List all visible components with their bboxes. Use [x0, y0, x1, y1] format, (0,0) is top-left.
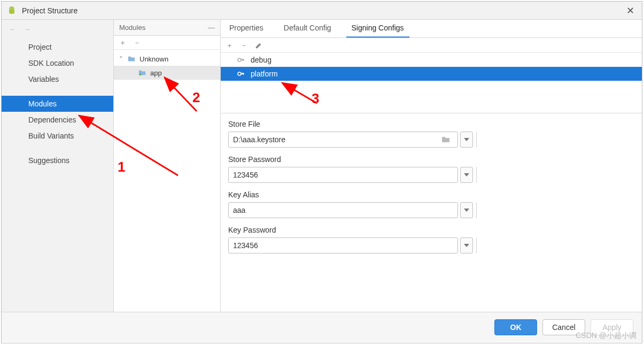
store-password-reset[interactable]	[476, 167, 479, 183]
tree-root-unknown[interactable]: ˅ Unknown	[114, 52, 220, 66]
svg-point-0	[10, 7, 11, 8]
module-tree: ˅ Unknown app	[114, 50, 220, 80]
tab-default-config[interactable]: Default Config	[278, 20, 337, 38]
store-file-reset[interactable]	[476, 132, 479, 148]
store-password-input[interactable]: 123456	[228, 167, 458, 183]
module-folder-icon	[138, 69, 146, 76]
window-title: Project Structure	[22, 6, 624, 15]
key-password-label: Key Password	[228, 226, 634, 234]
titlebar: Project Structure ✕	[2, 2, 642, 20]
close-button[interactable]: ✕	[624, 5, 637, 17]
key-icon	[237, 70, 245, 78]
remove-module-icon[interactable]: －	[134, 38, 141, 48]
store-password-label: Store Password	[228, 155, 634, 164]
config-label: debug	[251, 56, 271, 64]
collapse-icon[interactable]: —	[208, 24, 215, 32]
config-row-platform[interactable]: platform	[221, 67, 642, 81]
browse-folder-icon[interactable]	[441, 136, 453, 143]
svg-point-1	[13, 7, 13, 8]
key-alias-dropdown[interactable]	[460, 202, 473, 218]
svg-point-3	[238, 58, 241, 61]
key-alias-reset[interactable]	[476, 202, 479, 218]
ok-button[interactable]: OK	[494, 319, 537, 335]
key-icon	[237, 56, 245, 64]
nav-item-dependencies[interactable]: Dependencies	[2, 112, 113, 128]
folder-icon	[128, 55, 135, 63]
nav-item-modules[interactable]: Modules	[2, 96, 113, 112]
edit-config-icon[interactable]	[255, 42, 262, 49]
main-column: Properties Default Config Signing Config…	[221, 20, 642, 312]
store-file-input[interactable]: D:\aaa.keystore	[228, 132, 458, 148]
nav-item-variables[interactable]: Variables	[2, 71, 113, 87]
remove-config-icon[interactable]: －	[240, 41, 247, 50]
key-password-reset[interactable]	[476, 237, 479, 253]
key-alias-label: Key Alias	[228, 190, 634, 199]
modules-column: Modules — ＋ － ˅ Unknown app	[114, 20, 221, 312]
watermark: CSDN @小超小调	[576, 331, 637, 341]
tab-properties[interactable]: Properties	[224, 20, 269, 38]
key-password-dropdown[interactable]	[460, 237, 473, 253]
tab-signing-configs[interactable]: Signing Configs	[346, 20, 409, 38]
store-password-dropdown[interactable]	[460, 167, 473, 183]
signing-form: Store File D:\aaa.keystore	[221, 113, 642, 267]
add-config-icon[interactable]: ＋	[226, 41, 233, 50]
key-password-input[interactable]: 123456	[228, 237, 458, 253]
left-nav: ← → Project SDK Location Variables Modul…	[2, 20, 114, 312]
store-password-value: 123456	[233, 171, 453, 179]
add-module-icon[interactable]: ＋	[119, 38, 126, 48]
tree-item-app[interactable]: app	[114, 66, 220, 80]
store-file-value: D:\aaa.keystore	[233, 135, 441, 144]
store-file-dropdown[interactable]	[460, 132, 473, 148]
chevron-down-icon: ˅	[119, 55, 126, 63]
nav-item-project[interactable]: Project	[2, 39, 113, 55]
tree-item-label: app	[150, 69, 162, 77]
store-file-label: Store File	[228, 120, 634, 128]
svg-point-4	[238, 72, 241, 75]
key-alias-input[interactable]: aaa	[228, 202, 458, 218]
svg-point-2	[139, 74, 142, 76]
android-icon	[7, 6, 17, 16]
nav-back-icon[interactable]: ←	[9, 25, 16, 29]
dialog-footer: OK Cancel Apply	[2, 312, 642, 342]
nav-item-sdk-location[interactable]: SDK Location	[2, 55, 113, 71]
config-label: platform	[251, 70, 278, 78]
key-password-value: 123456	[233, 241, 453, 250]
key-alias-value: aaa	[233, 206, 453, 214]
config-row-debug[interactable]: debug	[221, 53, 642, 67]
tab-bar: Properties Default Config Signing Config…	[221, 20, 642, 38]
nav-item-suggestions[interactable]: Suggestions	[2, 152, 113, 168]
nav-forward-icon[interactable]: →	[24, 25, 30, 29]
modules-header-label: Modules	[119, 24, 145, 32]
nav-item-build-variants[interactable]: Build Variants	[2, 128, 113, 144]
signing-config-list: debug platform	[221, 53, 642, 81]
tree-root-label: Unknown	[139, 55, 168, 63]
